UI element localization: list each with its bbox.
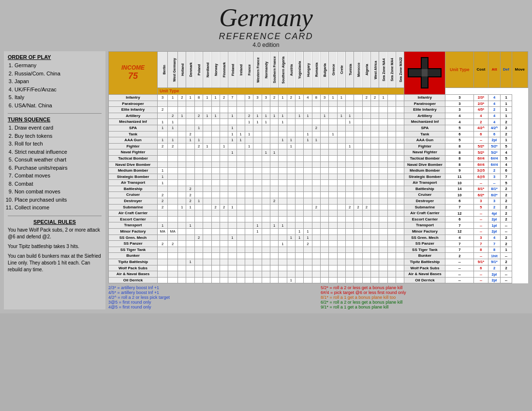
data-cell [320,149,328,156]
data-cell [168,186,178,192]
data-cell [362,271,370,278]
data-cell [295,125,303,131]
right-unit-name: Air Transport [404,180,445,186]
data-cell [387,210,396,217]
data-cell [337,235,345,241]
data-cell [295,210,303,217]
right-unit-name: Air & Naval Bases [404,271,445,278]
data-cell [396,94,404,101]
data-cell [270,174,278,180]
data-cell [362,174,370,180]
data-cell [287,241,295,247]
data-cell [387,222,396,229]
data-cell: 1 [262,149,270,156]
unit-name: Cruiser [109,192,158,198]
data-cell [354,186,362,192]
data-cell [287,259,295,265]
att-cell: 7 [474,241,488,247]
data-cell [396,204,404,210]
att-cell: 2/3* [474,101,488,107]
data-cell [396,271,404,278]
def-cell: 6 [488,131,501,137]
unit-name: Naval Fighter [109,149,158,156]
def-cell: 1pl [488,222,501,229]
data-cell [253,259,262,265]
cost-cell: 8 [445,143,474,149]
order-list: Germany Russia/Com. China Japan UK/FF/Fe… [8,61,102,109]
data-cell [270,186,278,192]
data-cell [168,168,178,174]
data-cell [262,247,270,253]
move-cell: 6 [501,168,512,174]
data-cell [186,229,194,235]
data-cell [158,149,168,156]
data-cell [362,101,370,107]
data-cell [354,192,362,198]
left-panel: ORDER OF PLAY Germany Russia/Com. China … [4,51,105,309]
data-cell [194,271,203,278]
data-cell [396,277,404,283]
data-cell [337,107,345,113]
data-cell [220,113,228,119]
data-cell [312,198,320,205]
data-cell [194,131,203,137]
data-cell [329,180,337,186]
data-cell [279,168,287,174]
data-cell [245,180,253,186]
data-cell [178,259,186,265]
data-cell [371,253,379,259]
data-cell [379,198,387,205]
move-cell: 2 [501,119,512,125]
order-header: ORDER OF PLAY [8,54,51,60]
data-cell [320,259,328,265]
data-cell [178,131,186,137]
data-cell [270,204,278,210]
move-cell: 2 [501,235,512,241]
cost-cell: -- [445,265,474,271]
list-item: Combat moves [15,172,102,180]
data-cell [337,125,345,131]
cost-cell: 10 [445,192,474,198]
data-cell [168,149,178,156]
data-cell: MA [168,229,178,235]
data-cell [354,210,362,217]
data-cell: 1 [253,222,262,229]
data-cell [337,265,345,271]
data-cell [312,271,320,278]
data-cell [295,180,303,186]
data-cell [262,101,270,107]
unit-name: Tipitz Battleship [109,259,158,265]
data-cell [354,222,362,229]
unit-name: Submarine [109,204,158,210]
data-cell [158,101,168,107]
data-cell [295,174,303,180]
unit-name: SS Panzer [109,241,158,247]
cost-cell: 6 [445,198,474,205]
data-cell [245,101,253,107]
unit-name: AAA Gun [109,137,158,144]
data-cell [320,265,328,271]
data-cell [387,180,396,186]
col-france: France [245,52,253,88]
data-cell [253,241,262,247]
data-cell [329,155,337,161]
data-cell [371,216,379,222]
data-cell [396,101,404,107]
data-cell [270,119,278,125]
right-unit-name: Tank [404,131,445,137]
move-cell: 4 [501,161,512,168]
data-cell [337,186,345,192]
att-cell: 8 [474,247,488,253]
data-cell [346,241,354,247]
data-cell [346,247,354,253]
data-cell [329,168,337,174]
data-cell [379,265,387,271]
data-cell [245,155,253,161]
move-cell: 2 [501,192,512,198]
data-cell [158,210,168,217]
data-cell [211,161,220,168]
data-cell [396,174,404,180]
data-cell: 1 [186,137,194,144]
def-cell: 7 [488,241,501,247]
data-cell [262,192,270,198]
